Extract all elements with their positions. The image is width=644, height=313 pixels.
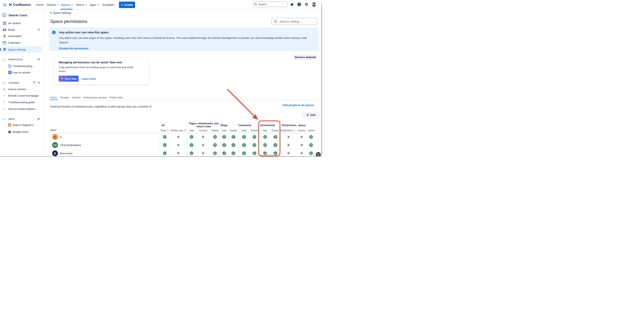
svg-text:?: ? bbox=[298, 3, 300, 6]
